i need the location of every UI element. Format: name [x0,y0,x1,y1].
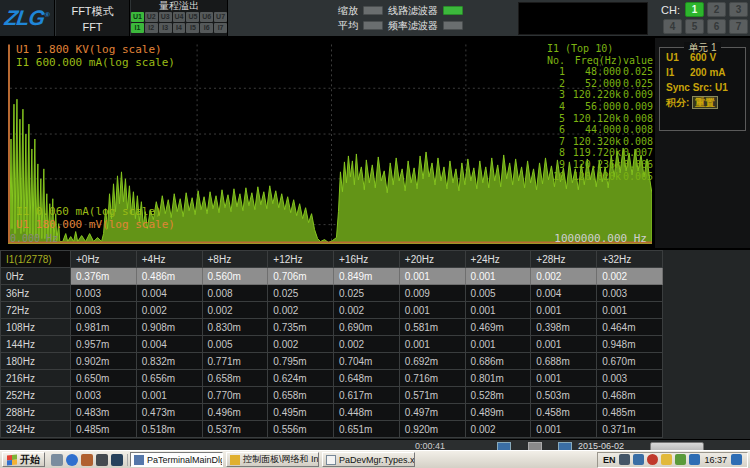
table-cell[interactable]: 0.656m [136,370,202,387]
table-cell[interactable]: 0.002 [334,336,400,353]
table-cell[interactable]: 0.002 [334,302,400,319]
table-cell[interactable]: 0.001 [465,268,531,285]
table-cell[interactable]: 0.025 [334,285,400,302]
row-label-36Hz[interactable]: 36Hz [1,285,71,302]
table-cell[interactable]: 0.001 [465,336,531,353]
table-cell[interactable]: 0.005 [465,285,531,302]
channel-button-7[interactable]: 7 [729,19,748,34]
row-label-108Hz[interactable]: 108Hz [1,319,71,336]
channel-button-4[interactable]: 4 [663,19,682,34]
row-label-216Hz[interactable]: 216Hz [1,370,71,387]
table-cell[interactable]: 0.001 [136,387,202,404]
table-cell[interactable]: 0.658m [202,370,268,387]
toggle-chip-2[interactable] [363,21,383,30]
row-label-72Hz[interactable]: 72Hz [1,302,71,319]
table-cell[interactable]: 0.832m [136,353,202,370]
table-cell[interactable]: 0.981m [71,319,137,336]
table-cell[interactable]: 0.003 [71,387,137,404]
table-cell[interactable]: 0.376m [71,268,137,285]
table-cell[interactable]: 0.004 [531,285,597,302]
table-cell[interactable]: 0.617m [334,387,400,404]
status-bar-button[interactable] [650,442,704,450]
toggle-chip-1[interactable] [443,6,463,15]
table-cell[interactable]: 0.371m [597,421,663,438]
display-tray-icon[interactable] [633,454,644,465]
table-cell[interactable]: 0.002 [531,268,597,285]
table-cell[interactable]: 0.581m [399,319,465,336]
table-cell[interactable]: 0.704m [334,353,400,370]
table-cell[interactable]: 0.658m [268,387,334,404]
table-cell[interactable]: 0.001 [399,302,465,319]
table-cell[interactable]: 0.003 [71,285,137,302]
network-icon[interactable] [689,454,700,465]
table-cell[interactable]: 0.001 [399,268,465,285]
network-error-icon[interactable] [647,454,658,465]
table-cell[interactable]: 0.908m [136,319,202,336]
table-cell[interactable]: 0.650m [71,370,137,387]
row-label-288Hz[interactable]: 288Hz [1,404,71,421]
table-cell[interactable]: 0.948m [597,336,663,353]
network-icon[interactable] [731,454,742,465]
table-cell[interactable]: 0.528m [465,387,531,404]
table-cell[interactable]: 0.485m [597,404,663,421]
table-cell[interactable]: 0.560m [202,268,268,285]
table-cell[interactable]: 0.670m [597,353,663,370]
media-icon[interactable] [81,454,93,466]
task-button-0[interactable]: PaTerminalMainDlg [130,452,223,467]
row-label-0Hz[interactable]: 0Hz [1,268,71,285]
table-cell[interactable]: 0.004 [136,285,202,302]
window-icon[interactable] [528,442,542,450]
table-cell[interactable]: 0.002 [465,421,531,438]
table-cell[interactable]: 0.001 [531,421,597,438]
table-cell[interactable]: 0.849m [334,268,400,285]
toggle-chip-0[interactable] [363,6,383,15]
table-cell[interactable]: 0.771m [202,353,268,370]
table-cell[interactable]: 0.485m [71,421,137,438]
row-label-324Hz[interactable]: 324Hz [1,421,71,438]
toggle-chip-3[interactable] [443,21,463,30]
task-button-1[interactable]: 控制面板\网络和 Int... [226,452,319,467]
table-cell[interactable]: 0.556m [268,421,334,438]
table-cell[interactable]: 0.537m [202,421,268,438]
table-cell[interactable]: 0.003 [597,370,663,387]
table-cell[interactable]: 0.706m [268,268,334,285]
table-cell[interactable]: 0.648m [334,370,400,387]
table-cell[interactable]: 0.692m [399,353,465,370]
table-cell[interactable]: 0.001 [399,336,465,353]
row-label-144Hz[interactable]: 144Hz [1,336,71,353]
table-cell[interactable]: 0.002 [597,268,663,285]
table-cell[interactable]: 0.957m [71,336,137,353]
channel-button-6[interactable]: 6 [707,19,726,34]
channel-button-1[interactable]: 1 [685,2,704,17]
table-cell[interactable]: 0.688m [531,353,597,370]
table-cell[interactable]: 0.003 [597,285,663,302]
table-cell[interactable]: 0.518m [136,421,202,438]
table-cell[interactable]: 0.001 [531,370,597,387]
channel-button-3[interactable]: 3 [729,2,748,17]
table-cell[interactable]: 0.503m [531,387,597,404]
table-cell[interactable]: 0.464m [597,319,663,336]
table-cell[interactable]: 0.002 [268,302,334,319]
table-cell[interactable]: 0.473m [136,404,202,421]
table-cell[interactable]: 0.686m [465,353,531,370]
table-cell[interactable]: 0.920m [399,421,465,438]
table-cell[interactable]: 0.002 [268,336,334,353]
table-cell[interactable]: 0.001 [597,302,663,319]
channel-button-2[interactable]: 2 [707,2,726,17]
table-cell[interactable]: 0.770m [202,387,268,404]
table-cell[interactable]: 0.571m [399,387,465,404]
table-cell[interactable]: 0.458m [531,404,597,421]
row-label-180Hz[interactable]: 180Hz [1,353,71,370]
table-cell[interactable]: 0.002 [136,302,202,319]
table-cell[interactable]: 0.025 [268,285,334,302]
display-icon-2[interactable] [558,442,572,450]
start-button[interactable]: 开始 [2,452,45,467]
table-cell[interactable]: 0.009 [399,285,465,302]
table-cell[interactable]: 0.690m [334,319,400,336]
app-icon-1[interactable] [96,454,108,466]
mode-selector[interactable]: FFT模式 FFT [56,0,130,36]
table-cell[interactable]: 0.801m [465,370,531,387]
update-shield-icon[interactable] [661,454,672,465]
table-cell[interactable]: 0.496m [202,404,268,421]
table-cell[interactable]: 0.469m [465,319,531,336]
